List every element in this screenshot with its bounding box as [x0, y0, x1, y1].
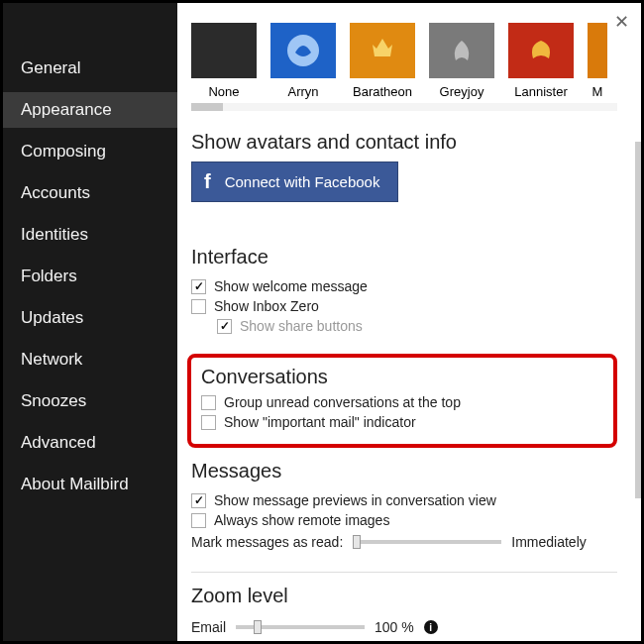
- conversations-highlight: Conversations Group unread conversations…: [187, 354, 617, 448]
- checkbox[interactable]: [201, 395, 216, 410]
- opt-welcome-message[interactable]: Show welcome message: [191, 276, 617, 296]
- scrollbar[interactable]: [635, 142, 641, 498]
- info-icon[interactable]: i: [424, 620, 438, 634]
- theme-swatch[interactable]: [508, 23, 574, 78]
- avatars-title: Show avatars and contact info: [191, 131, 617, 154]
- appearance-content: None Arryn Baratheon Greyjoy: [177, 3, 641, 641]
- theme-label: Lannister: [514, 84, 567, 99]
- checkbox[interactable]: [191, 493, 206, 508]
- theme-picker: None Arryn Baratheon Greyjoy: [191, 23, 617, 99]
- zoom-email-label: Email: [191, 619, 226, 635]
- checkbox-label: Show welcome message: [214, 278, 368, 294]
- sidebar-item-updates[interactable]: Updates: [3, 300, 177, 336]
- slider-thumb[interactable]: [254, 620, 262, 634]
- mark-as-read-value: Immediately: [511, 534, 586, 550]
- mark-as-read-slider[interactable]: [353, 540, 501, 544]
- opt-message-previews[interactable]: Show message previews in conversation vi…: [191, 490, 617, 510]
- checkbox-label: Show Inbox Zero: [214, 298, 319, 314]
- theme-partial[interactable]: M: [588, 23, 607, 99]
- theme-greyjoy[interactable]: Greyjoy: [429, 23, 494, 99]
- zoom-email-row: Email 100 % i: [191, 615, 617, 639]
- interface-title: Interface: [191, 246, 617, 268]
- checkbox-label: Show message previews in conversation vi…: [214, 492, 496, 508]
- opt-important-indicator[interactable]: Show "important mail" indicator: [201, 412, 603, 432]
- close-icon[interactable]: ✕: [614, 11, 629, 33]
- checkbox-label: Always show remote images: [214, 512, 389, 528]
- opt-group-unread[interactable]: Group unread conversations at the top: [201, 392, 603, 412]
- theme-label: M: [592, 84, 603, 99]
- sidebar-item-appearance[interactable]: Appearance: [3, 92, 177, 128]
- zoom-title: Zoom level: [191, 585, 617, 607]
- separator: [191, 572, 617, 573]
- interface-section: Interface Show welcome message Show Inbo…: [191, 246, 617, 336]
- mark-as-read-row: Mark messages as read: Immediately: [191, 530, 617, 554]
- sidebar-item-accounts[interactable]: Accounts: [3, 175, 177, 211]
- checkbox-label: Group unread conversations at the top: [224, 394, 461, 410]
- theme-lannister[interactable]: Lannister: [508, 23, 574, 99]
- theme-swatch[interactable]: [270, 23, 336, 78]
- facebook-icon: f: [204, 170, 211, 193]
- checkbox-label: Show share buttons: [240, 318, 363, 334]
- sidebar-item-snoozes[interactable]: Snoozes: [3, 383, 177, 419]
- checkbox[interactable]: [191, 299, 206, 314]
- zoom-section: Zoom level Email 100 % i: [191, 585, 617, 639]
- sidebar-item-advanced[interactable]: Advanced: [3, 425, 177, 461]
- sidebar-item-identities[interactable]: Identities: [3, 217, 177, 253]
- avatars-section: Show avatars and contact info f Connect …: [191, 131, 617, 228]
- theme-label: None: [208, 84, 239, 99]
- sidebar-item-general[interactable]: General: [3, 51, 177, 86]
- theme-swatch[interactable]: [588, 23, 607, 78]
- checkbox[interactable]: [201, 415, 216, 430]
- main-panel: ✕ None Arryn Baratheon: [177, 3, 641, 641]
- theme-none[interactable]: None: [191, 23, 257, 99]
- sidebar-item-network[interactable]: Network: [3, 342, 177, 377]
- theme-arryn[interactable]: Arryn: [270, 23, 336, 99]
- zoom-email-slider[interactable]: [236, 625, 365, 629]
- theme-swatch[interactable]: [191, 23, 257, 78]
- messages-title: Messages: [191, 460, 617, 483]
- opt-inbox-zero[interactable]: Show Inbox Zero: [191, 296, 617, 316]
- mark-as-read-label: Mark messages as read:: [191, 534, 343, 550]
- settings-sidebar: General Appearance Composing Accounts Id…: [3, 3, 177, 641]
- theme-scrollbar[interactable]: [191, 103, 617, 111]
- messages-section: Messages Show message previews in conver…: [191, 460, 617, 554]
- theme-label: Arryn: [287, 84, 318, 99]
- checkbox[interactable]: [191, 513, 206, 528]
- sidebar-item-composing[interactable]: Composing: [3, 134, 177, 169]
- slider-thumb[interactable]: [353, 535, 361, 549]
- theme-swatch[interactable]: [429, 23, 494, 78]
- facebook-button-label: Connect with Facebook: [225, 173, 380, 190]
- theme-swatch[interactable]: [350, 23, 415, 78]
- checkbox-label: Show "important mail" indicator: [224, 414, 416, 430]
- connect-facebook-button[interactable]: f Connect with Facebook: [191, 161, 398, 202]
- opt-remote-images[interactable]: Always show remote images: [191, 510, 617, 530]
- theme-baratheon[interactable]: Baratheon: [350, 23, 415, 99]
- theme-label: Baratheon: [353, 84, 412, 99]
- conversations-title: Conversations: [201, 366, 603, 388]
- checkbox[interactable]: [191, 279, 206, 294]
- zoom-email-value: 100 %: [375, 619, 414, 635]
- theme-label: Greyjoy: [440, 84, 484, 99]
- sidebar-item-folders[interactable]: Folders: [3, 259, 177, 294]
- opt-share-buttons[interactable]: Show share buttons: [191, 316, 617, 336]
- checkbox[interactable]: [217, 319, 232, 334]
- sidebar-item-about[interactable]: About Mailbird: [3, 467, 177, 502]
